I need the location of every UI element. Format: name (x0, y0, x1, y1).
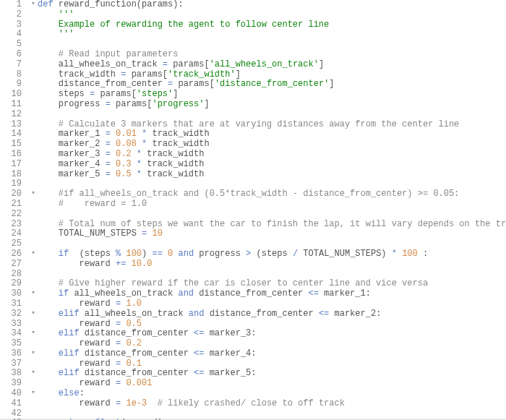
token-punct: : (366, 288, 371, 299)
token-punct: : (251, 368, 256, 378)
code-line[interactable]: 24 TOTAL_NUM_STEPS = 10 (0, 229, 506, 239)
code-content[interactable]: TOTAL_NUM_STEPS = 10 (38, 229, 506, 239)
code-content[interactable]: marker_4 = 0.3 * track_width (38, 160, 506, 170)
fold-icon[interactable]: ▾ (29, 0, 38, 7)
code-line[interactable]: 12 (0, 110, 506, 120)
code-line[interactable]: 16 marker_3 = 0.2 * track_width (0, 150, 506, 160)
code-line[interactable]: 35 reward = 0.2 (0, 339, 506, 349)
code-line[interactable]: 32▾ elif all_wheels_on_track and distanc… (0, 309, 506, 320)
token-ident (137, 139, 142, 149)
code-content[interactable]: marker_3 = 0.2 * track_width (38, 150, 506, 160)
code-line[interactable]: 22 (0, 210, 506, 220)
code-line[interactable]: 29 # Give higher reward if the car is cl… (0, 279, 506, 289)
code-line[interactable]: 21 # reward = 1.0 (0, 200, 506, 210)
code-line[interactable]: 8 track_width = params['track_width'] (0, 70, 506, 80)
code-line[interactable]: 2 ''' (0, 10, 506, 20)
code-content[interactable]: if all_wheels_on_track and distance_from… (38, 289, 506, 299)
code-content[interactable]: reward = 0.2 (38, 339, 506, 349)
code-line[interactable]: 36▾ elif distance_from_center <= marker_… (0, 349, 506, 359)
code-line[interactable]: 30▾ if all_wheels_on_track and distance_… (0, 289, 506, 299)
code-line[interactable]: 28 (0, 270, 506, 280)
fold-icon[interactable]: ▾ (29, 189, 38, 197)
fold-icon[interactable]: ▾ (29, 389, 38, 396)
token-num: 10 (152, 228, 162, 239)
code-line[interactable]: 18 marker_5 = 0.5 * track_width (0, 170, 506, 180)
code-content[interactable]: reward += 10.0 (38, 260, 506, 270)
code-content[interactable]: ''' (38, 30, 506, 40)
code-content[interactable]: steps = params['steps'] (38, 90, 506, 100)
code-content[interactable]: marker_1 = 0.01 * track_width (38, 129, 506, 140)
code-line[interactable]: 23 # Total num of steps we want the car … (0, 220, 506, 230)
code-content[interactable]: distance_from_center = params['distance_… (38, 80, 506, 90)
code-line[interactable]: 5 (0, 40, 506, 50)
code-content[interactable]: reward = 1.0 (38, 299, 506, 309)
code-line[interactable]: 31 reward = 1.0 (0, 299, 506, 309)
code-content[interactable]: else: (38, 389, 506, 399)
code-content[interactable]: elif distance_from_center <= marker_4: (38, 349, 506, 359)
code-line[interactable]: 38▾ elif distance_from_center <= marker_… (0, 369, 506, 379)
line-number: 19 (0, 179, 29, 189)
code-line[interactable]: 1▾def reward_function(params): (0, 0, 506, 10)
code-line[interactable]: 34▾ elif distance_from_center <= marker_… (0, 329, 506, 339)
code-line[interactable]: 39 reward = 0.001 (0, 379, 506, 389)
code-content[interactable]: # reward = 1.0 (38, 200, 506, 210)
code-line[interactable]: 40▾ else: (0, 389, 506, 399)
token-kw: elif (59, 309, 80, 319)
code-line[interactable]: 37 reward = 0.1 (0, 359, 506, 369)
code-content[interactable]: reward = 0.5 (38, 320, 506, 330)
code-line[interactable]: 13 # Calculate 3 markers that are at var… (0, 120, 506, 130)
code-line[interactable]: 11 progress = params['progress'] (0, 100, 506, 110)
code-line[interactable]: 41 reward = 1e-3 # likely crashed/ close… (0, 399, 506, 409)
code-line[interactable]: 15 marker_2 = 0.08 * track_width (0, 140, 506, 150)
code-line[interactable]: 17 marker_4 = 0.3 * track_width (0, 160, 506, 170)
code-line[interactable]: 42 (0, 409, 506, 419)
code-line[interactable]: 4 ''' (0, 30, 506, 40)
code-content[interactable]: reward = 0.1 (38, 359, 506, 369)
code-line[interactable]: 26▾ if (steps % 100) == 0 and progress >… (0, 249, 506, 260)
code-content[interactable]: # Read input parameters (38, 50, 506, 60)
code-content[interactable]: marker_2 = 0.08 * track_width (38, 140, 506, 150)
token-ident: reward (80, 378, 116, 388)
code-content[interactable]: # Give higher reward if the car is close… (38, 279, 506, 289)
code-content[interactable]: reward = 0.001 (38, 379, 506, 389)
code-line[interactable]: 20▾ #if all_wheels_on_track and (0.5*tra… (0, 189, 506, 200)
fold-icon[interactable]: ▾ (29, 309, 38, 317)
fold-icon[interactable]: ▾ (29, 329, 38, 336)
code-content[interactable]: ''' (38, 10, 506, 20)
code-content[interactable]: elif distance_from_center <= marker_5: (38, 369, 506, 379)
code-content[interactable]: Example of rewarding the agent to follow… (38, 20, 506, 30)
code-content[interactable]: track_width = params['track_width'] (38, 70, 506, 80)
code-content[interactable]: all_wheels_on_track = params['all_wheels… (38, 60, 506, 70)
code-line[interactable]: 14 marker_1 = 0.01 * track_width (0, 129, 506, 140)
code-content[interactable]: #if all_wheels_on_track and (0.5*track_w… (38, 189, 506, 200)
code-line[interactable]: 33 reward = 0.5 (0, 320, 506, 330)
code-line[interactable]: 10 steps = params['steps'] (0, 90, 506, 100)
fold-icon[interactable]: ▾ (29, 289, 38, 296)
code-content[interactable]: def reward_function(params): (38, 0, 506, 10)
token-ident: distance_from_center (80, 328, 194, 338)
code-editor[interactable]: 1▾def reward_function(params):2 '''3 Exa… (0, 0, 506, 420)
code-content[interactable]: # Total num of steps we want the car to … (38, 220, 506, 230)
code-content[interactable]: if (steps % 100) == 0 and progress > (st… (38, 249, 506, 260)
code-line[interactable]: 9 distance_from_center = params['distanc… (0, 80, 506, 90)
fold-icon[interactable]: ▾ (29, 249, 38, 257)
code-line[interactable]: 19 (0, 179, 506, 189)
code-line[interactable]: 25 (0, 239, 506, 249)
token-punct: ( (80, 249, 85, 259)
code-line[interactable]: 3 Example of rewarding the agent to foll… (0, 20, 506, 30)
line-number: 15 (0, 140, 29, 150)
token-ident: track_width (59, 69, 121, 80)
token-num: 10.0 (132, 259, 153, 269)
code-content[interactable]: # Calculate 3 markers that are at varyin… (38, 120, 506, 130)
fold-icon[interactable]: ▾ (29, 349, 38, 356)
line-number: 27 (0, 260, 29, 270)
code-content[interactable]: elif all_wheels_on_track and distance_fr… (38, 309, 506, 320)
code-content[interactable]: progress = params['progress'] (38, 100, 506, 110)
code-content[interactable]: elif distance_from_center <= marker_3: (38, 329, 506, 339)
code-line[interactable]: 7 all_wheels_on_track = params['all_whee… (0, 60, 506, 70)
code-line[interactable]: 27 reward += 10.0 (0, 260, 506, 270)
fold-icon[interactable]: ▾ (29, 369, 38, 376)
code-line[interactable]: 6 # Read input parameters (0, 50, 506, 60)
code-content[interactable]: marker_5 = 0.5 * track_width (38, 170, 506, 180)
code-content[interactable]: reward = 1e-3 # likely crashed/ close to… (38, 399, 506, 409)
